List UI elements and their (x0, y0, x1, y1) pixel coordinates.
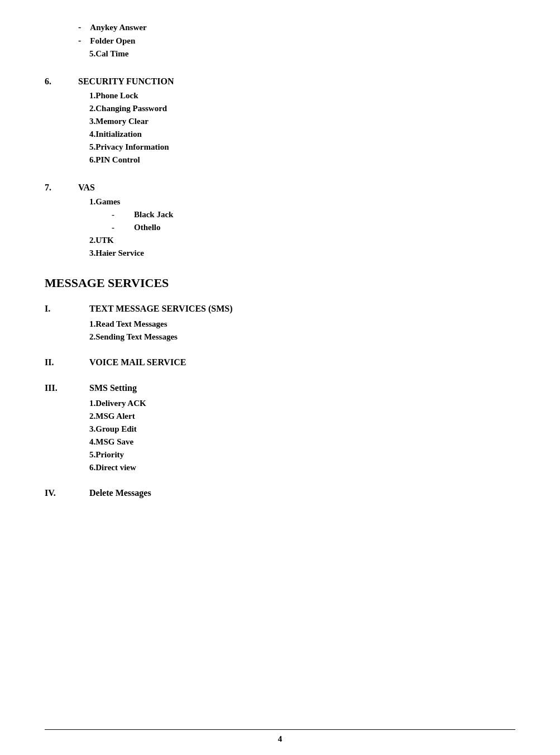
sms-setting-item2: 2. MSG Alert (45, 412, 515, 421)
sec6-item1: 1. Phone Lock (45, 91, 515, 101)
item-cal-time: 5. Cal Time (45, 49, 515, 59)
sec7-item1-num: 1. (45, 197, 95, 207)
sms-setting-item4-num: 4. (45, 437, 95, 447)
roman-I-num: I. (45, 304, 89, 314)
sec6-item5-num: 5. (45, 142, 95, 152)
dash-anykey-answer: - Anykey Answer (45, 22, 515, 32)
roman-section-II: II. VOICE MAIL SERVICE (45, 357, 515, 367)
sec7-item1-label: Games (95, 197, 120, 207)
section6-title: SECURITY FUNCTION (78, 77, 174, 87)
sms-item1-num: 1. (45, 319, 95, 329)
sec7-item2-num: 2. (45, 236, 95, 245)
sms-setting-item1-num: 1. (45, 399, 95, 408)
sms-setting-item5-label: Priority (95, 450, 124, 460)
anykey-answer-label: Anykey Answer (90, 23, 146, 32)
sms-setting-item4-label: MSG Save (95, 437, 133, 447)
roman-IV-header: IV. Delete Messages (45, 488, 515, 498)
sec6-item6-num: 6. (45, 155, 95, 165)
sec6-item3: 3. Memory Clear (45, 117, 515, 126)
sms-item2-label: Sending Text Messages (95, 332, 178, 342)
sec6-item3-label: Memory Clear (95, 117, 149, 126)
section6-num: 6. (45, 77, 78, 87)
sms-item2: 2. Sending Text Messages (45, 332, 515, 342)
sms-setting-item3-label: Group Edit (95, 424, 137, 434)
section-security-function: 6. SECURITY FUNCTION 1. Phone Lock 2. Ch… (45, 77, 515, 165)
blackjack-label: Black Jack (134, 210, 173, 219)
sec6-item6: 6. PIN Control (45, 155, 515, 165)
sms-setting-item1: 1. Delivery ACK (45, 399, 515, 408)
message-services-header: MESSAGE SERVICES (45, 276, 515, 290)
sms-setting-item2-num: 2. (45, 412, 95, 421)
sms-item2-num: 2. (45, 332, 95, 342)
sec6-item1-label: Phone Lock (95, 91, 138, 101)
roman-II-title: VOICE MAIL SERVICE (89, 357, 186, 367)
cal-time-label: Cal Time (95, 49, 128, 59)
sec6-item1-num: 1. (45, 91, 95, 101)
sms-setting-item1-label: Delivery ACK (95, 399, 146, 408)
sms-setting-item5: 5. Priority (45, 450, 515, 460)
sec6-item2: 2. Changing Password (45, 104, 515, 113)
sec6-item4: 4. Initialization (45, 130, 515, 139)
section7-num: 7. (45, 183, 78, 193)
dash-folder-open: - Folder Open (45, 36, 515, 46)
sec6-item5-label: Privacy Information (95, 142, 169, 152)
sms-setting-item2-label: MSG Alert (95, 412, 135, 421)
roman-IV-num: IV. (45, 488, 89, 498)
roman-III-header: III. SMS Setting (45, 383, 515, 393)
sec7-blackjack: - Black Jack (45, 210, 515, 219)
sec6-item6-label: PIN Control (95, 155, 140, 165)
section-vas: 7. VAS 1. Games - Black Jack - Othello 2… (45, 183, 515, 258)
sms-setting-item6-num: 6. (45, 463, 95, 472)
section7-header: 7. VAS (45, 183, 515, 193)
roman-IV-title: Delete Messages (89, 488, 151, 498)
sms-setting-item3-num: 3. (45, 424, 95, 434)
cal-time-num: 5. (45, 49, 95, 59)
sms-setting-item6: 6. Direct view (45, 463, 515, 472)
page-content: - Anykey Answer - Folder Open 5. Cal Tim… (45, 22, 515, 498)
folder-open-label: Folder Open (90, 36, 135, 46)
sms-setting-item3: 3. Group Edit (45, 424, 515, 434)
othello-label: Othello (134, 223, 161, 232)
roman-III-num: III. (45, 383, 89, 393)
page-number: 4 (278, 734, 283, 743)
sms-item1: 1. Read Text Messages (45, 319, 515, 329)
sec7-item3-label: Haier Service (95, 249, 144, 258)
sec7-othello: - Othello (45, 223, 515, 232)
sec6-item3-num: 3. (45, 117, 95, 126)
roman-III-title: SMS Setting (89, 383, 137, 393)
page-footer: 4 (45, 729, 515, 744)
roman-section-IV: IV. Delete Messages (45, 488, 515, 498)
sec6-item2-label: Changing Password (95, 104, 167, 113)
roman-section-III: III. SMS Setting 1. Delivery ACK 2. MSG … (45, 383, 515, 472)
roman-II-header: II. VOICE MAIL SERVICE (45, 357, 515, 367)
sms-setting-item5-num: 5. (45, 450, 95, 460)
sms-setting-item6-label: Direct view (95, 463, 136, 472)
sec7-item2-label: UTK (95, 236, 114, 245)
sec7-item3-num: 3. (45, 249, 95, 258)
section7-title: VAS (78, 183, 95, 193)
sec6-item4-num: 4. (45, 130, 95, 139)
sec7-item3: 3. Haier Service (45, 249, 515, 258)
sec6-item4-label: Initialization (95, 130, 142, 139)
roman-II-num: II. (45, 357, 89, 367)
sec6-item2-num: 2. (45, 104, 95, 113)
sms-item1-label: Read Text Messages (95, 319, 167, 329)
sec6-item5: 5. Privacy Information (45, 142, 515, 152)
sec7-item2: 2. UTK (45, 236, 515, 245)
roman-section-I: I. TEXT MESSAGE SERVICES (SMS) 1. Read T… (45, 304, 515, 342)
sec7-item1: 1. Games (45, 197, 515, 207)
roman-I-header: I. TEXT MESSAGE SERVICES (SMS) (45, 304, 515, 314)
sms-setting-item4: 4. MSG Save (45, 437, 515, 447)
roman-I-title: TEXT MESSAGE SERVICES (SMS) (89, 304, 233, 314)
section6-header: 6. SECURITY FUNCTION (45, 77, 515, 87)
